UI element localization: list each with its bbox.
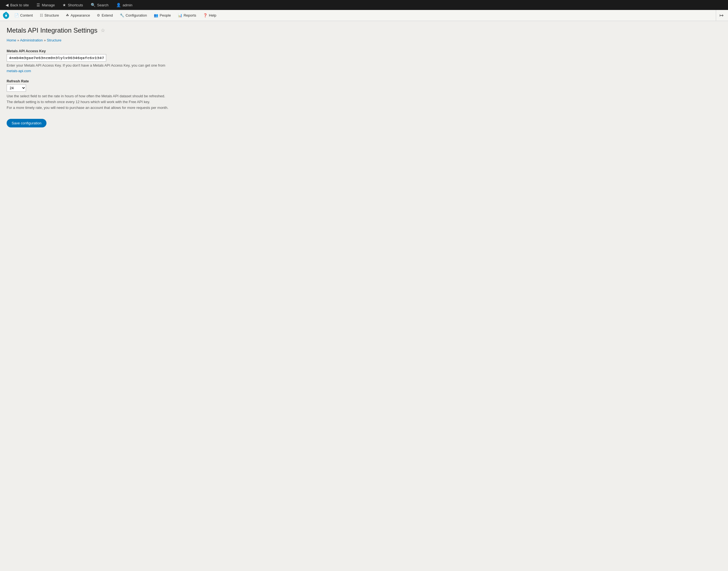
extend-icon: ⚙ [97, 13, 100, 17]
refresh-rate-label: Refresh Rate [7, 79, 721, 83]
metals-api-link[interactable]: metals-api.com [7, 69, 31, 73]
search-icon: 🔍 [91, 3, 95, 7]
admin-link[interactable]: 👤 admin [113, 0, 135, 10]
favorite-icon[interactable]: ☆ [101, 27, 105, 33]
manage-link[interactable]: ☰ Manage [33, 0, 58, 10]
svg-point-0 [5, 15, 7, 17]
back-arrow-icon: ◀ [6, 3, 9, 7]
settings-form: Metals API Access Key Enter your Metals … [7, 49, 721, 127]
search-link[interactable]: 🔍 Search [87, 0, 112, 10]
sidebar-toggle-button[interactable]: ↦ [718, 11, 725, 20]
access-key-input[interactable] [7, 54, 106, 62]
user-icon: 👤 [116, 3, 121, 7]
star-icon: ★ [63, 3, 66, 7]
nav-reports[interactable]: 📊 Reports [175, 10, 200, 21]
breadcrumb-administration[interactable]: Administration [20, 38, 42, 42]
page-title: Metals API Integration Settings [7, 26, 97, 34]
admin-toolbar: ◀ Back to site ☰ Manage ★ Shortcuts 🔍 Se… [0, 0, 728, 10]
nav-structure[interactable]: ☷ Structure [36, 10, 63, 21]
search-label: Search [97, 3, 108, 7]
refresh-rate-select[interactable]: 24 12 6 1 [7, 84, 26, 92]
appearance-icon: ☘ [66, 13, 69, 17]
manage-label: Manage [42, 3, 55, 7]
refresh-rate-field-group: Refresh Rate 24 12 6 1 Use the select fi… [7, 79, 721, 111]
save-configuration-button[interactable]: Save configuration [7, 119, 47, 127]
nav-people[interactable]: 👥 People [151, 10, 174, 21]
nav-configuration[interactable]: 🔧 Configuration [116, 10, 151, 21]
shortcuts-link[interactable]: ★ Shortcuts [59, 0, 86, 10]
nav-help[interactable]: ❓ Help [200, 10, 220, 21]
access-key-field-group: Metals API Access Key Enter your Metals … [7, 49, 721, 74]
nav-right: ↦ [716, 10, 727, 21]
reports-icon: 📊 [178, 13, 182, 17]
nav-extend[interactable]: ⚙ Extend [93, 10, 116, 21]
help-icon: ❓ [203, 13, 207, 17]
nav-items: 📄 Content ☷ Structure ☘ Appearance ⚙ Ext… [11, 10, 716, 21]
manage-icon: ☰ [36, 3, 40, 7]
shortcuts-label: Shortcuts [68, 3, 83, 7]
drupal-logo[interactable] [1, 10, 11, 20]
back-to-site-link[interactable]: ◀ Back to site [2, 0, 32, 10]
people-icon: 👥 [154, 13, 158, 17]
access-key-description: Enter your Metals API Access Key. If you… [7, 63, 173, 74]
structure-icon: ☷ [40, 13, 43, 17]
content-icon: 📄 [14, 13, 19, 17]
page-header: Metals API Integration Settings ☆ [7, 26, 721, 34]
refresh-rate-help: Use the select field to set the rate in … [7, 93, 184, 111]
access-key-label: Metals API Access Key [7, 49, 721, 53]
page-content: Metals API Integration Settings ☆ Home »… [0, 21, 728, 571]
breadcrumb-home[interactable]: Home [7, 38, 16, 42]
secondary-nav: 📄 Content ☷ Structure ☘ Appearance ⚙ Ext… [0, 10, 728, 21]
configuration-icon: 🔧 [120, 13, 124, 17]
back-to-site-label: Back to site [10, 3, 29, 7]
nav-content[interactable]: 📄 Content [11, 10, 36, 21]
admin-label: admin [122, 3, 132, 7]
breadcrumb: Home » Administration » Structure [7, 38, 721, 42]
breadcrumb-structure[interactable]: Structure [47, 38, 62, 42]
nav-appearance[interactable]: ☘ Appearance [63, 10, 93, 21]
